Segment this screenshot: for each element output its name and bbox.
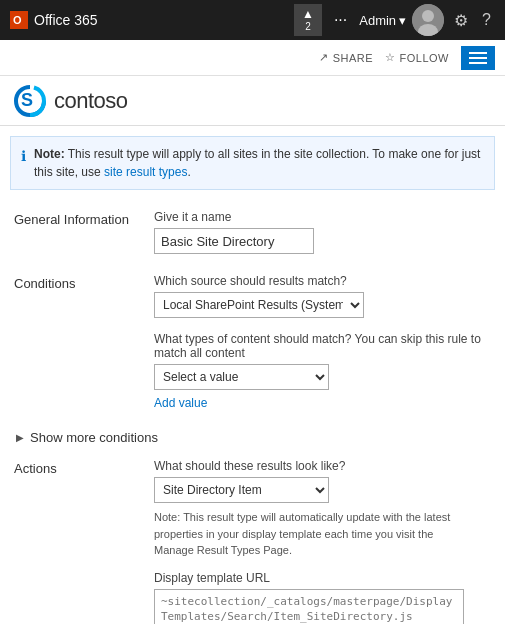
notification-icon: ▲ [302,8,314,21]
second-toolbar: ↗ SHARE ☆ FOLLOW [0,40,505,76]
display-url-input[interactable] [154,589,464,625]
auto-update-note: Note: This result type will automaticall… [154,509,464,559]
help-icon[interactable]: ? [478,11,495,29]
source-select[interactable]: Local SharePoint Results (System) All Si… [154,292,364,318]
show-more-row[interactable]: ▶ Show more conditions [16,430,495,445]
svg-text:S: S [21,90,33,110]
admin-chevron: ▾ [399,13,406,28]
svg-point-3 [422,10,434,22]
follow-icon: ☆ [385,51,396,64]
hamburger-menu-button[interactable] [461,46,495,70]
show-more-label: Show more conditions [30,430,158,445]
which-source-label: Which source should results match? [154,274,495,288]
top-nav: O Office 365 ▲ 2 ··· Admin ▾ ⚙ ? [0,0,505,40]
hamburger-line-1 [469,52,487,54]
admin-menu-button[interactable]: Admin ▾ [359,13,406,28]
admin-label: Admin [359,13,396,28]
site-result-types-link[interactable]: site result types [104,165,187,179]
look-select[interactable]: Site Directory Item Default Item Custom … [154,477,329,503]
form-area: General Information Give it a name Condi… [0,200,505,624]
follow-label: FOLLOW [400,52,449,64]
office-icon: O [10,11,28,29]
what-look-label: What should these results look like? [154,459,495,473]
contoso-brand-name: contoso [54,88,128,114]
conditions-row: Conditions Which source should results m… [14,274,495,410]
toolbar-actions: ↗ SHARE ☆ FOLLOW [319,46,495,70]
more-options-button[interactable]: ··· [328,11,353,29]
note-suffix: . [187,165,190,179]
note-body: This result type will apply to all sites… [34,147,480,179]
gear-icon[interactable]: ⚙ [450,11,472,30]
actions-row: Actions What should these results look l… [14,459,495,624]
avatar [412,4,444,36]
content-type-select[interactable]: Select a value [154,364,329,390]
contoso-logo: S contoso [12,83,128,119]
display-url-label: Display template URL [154,571,495,585]
give-name-label: Give it a name [154,210,495,224]
general-info-row: General Information Give it a name [14,210,495,254]
general-info-label: General Information [14,210,154,227]
office-logo-text: Office 365 [34,12,98,28]
logo-bar: S contoso [0,76,505,126]
share-label: SHARE [333,52,373,64]
add-value-link[interactable]: Add value [154,396,495,410]
share-icon: ↗ [319,51,329,64]
svg-text:O: O [13,14,22,26]
note-banner: ℹ Note: This result type will apply to a… [10,136,495,190]
top-nav-actions: ▲ 2 ··· Admin ▾ ⚙ ? [294,4,495,36]
general-info-content: Give it a name [154,210,495,254]
share-button[interactable]: ↗ SHARE [319,51,373,64]
hamburger-line-2 [469,57,487,59]
note-text: Note: This result type will apply to all… [34,145,484,181]
follow-button[interactable]: ☆ FOLLOW [385,51,449,64]
office-logo-area: O Office 365 [10,11,294,29]
actions-label: Actions [14,459,154,476]
conditions-label: Conditions [14,274,154,291]
actions-content: What should these results look like? Sit… [154,459,495,624]
note-prefix: Note: [34,147,65,161]
hamburger-line-3 [469,62,487,64]
contoso-s-logo: S [12,83,48,119]
notification-button[interactable]: ▲ 2 [294,4,322,36]
name-input[interactable] [154,228,314,254]
info-icon: ℹ [21,146,26,167]
chevron-right-icon: ▶ [16,432,24,443]
conditions-content: Which source should results match? Local… [154,274,495,410]
notification-count: 2 [305,21,311,32]
content-type-label: What types of content should match? You … [154,332,495,360]
avatar-image [412,4,444,36]
